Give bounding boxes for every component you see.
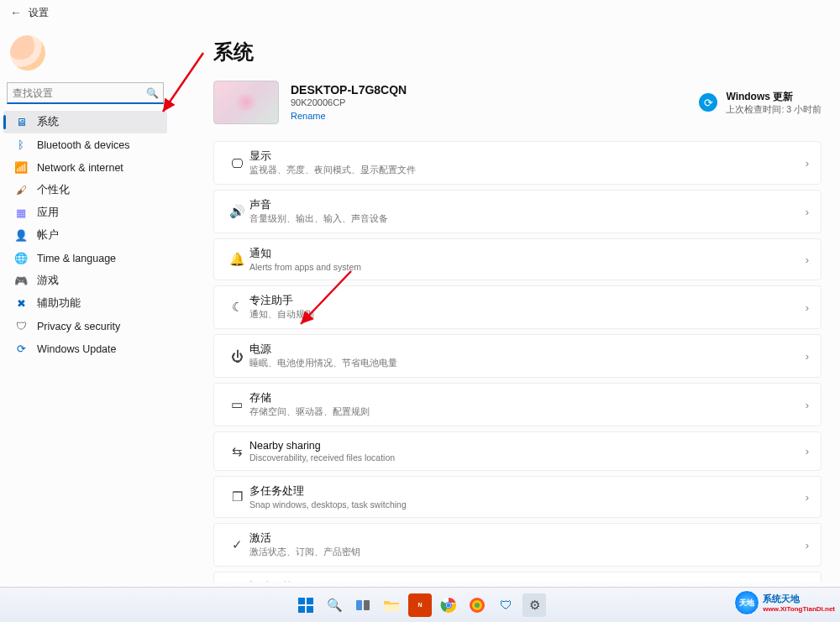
card-title: 显示 xyxy=(249,149,806,164)
card-body: 疑难解答 建议的疑难解答、首选项和历史记录 xyxy=(249,580,806,582)
chevron-right-icon: › xyxy=(806,157,809,170)
rename-link[interactable]: Rename xyxy=(291,111,326,121)
chevron-right-icon: › xyxy=(806,206,809,218)
sidebar: 🔍 🖥系统ᛒBluetooth & devices📶Network & inte… xyxy=(0,25,171,360)
settings-taskbar-icon[interactable]: ⚙ xyxy=(522,593,546,617)
sidebar-item-system[interactable]: 🖥系统 xyxy=(3,111,167,133)
sidebar-item-wu[interactable]: ⟳Windows Update xyxy=(3,337,167,360)
sidebar-item-label: Network & internet xyxy=(37,162,123,174)
svg-rect-7 xyxy=(364,600,370,610)
card-focus[interactable]: ☾ 专注助手 通知、自动规则 › xyxy=(213,285,822,329)
card-title: 多任务处理 xyxy=(249,484,806,499)
wu-icon: ⟳ xyxy=(13,342,29,357)
focus-icon: ☾ xyxy=(224,300,249,315)
back-button[interactable]: ← xyxy=(7,3,25,22)
arrow-left-icon: ← xyxy=(10,6,22,19)
browser-icon[interactable] xyxy=(465,593,489,617)
card-body: 专注助手 通知、自动规则 xyxy=(249,294,806,321)
page-title: 系统 xyxy=(213,39,822,65)
svg-rect-4 xyxy=(298,606,305,613)
sidebar-item-acct[interactable]: 👤帐户 xyxy=(3,224,167,247)
card-nearby[interactable]: ⇆ Nearby sharing Discoverability, receiv… xyxy=(213,431,822,471)
security-icon[interactable]: 🛡 xyxy=(494,593,517,617)
card-list: 🖵 显示 监视器、亮度、夜间模式、显示配置文件 ›🔊 声音 音量级别、输出、输入… xyxy=(213,141,822,582)
device-name: DESKTOP-L7G8CQN xyxy=(291,83,407,97)
taskbar-search-icon[interactable]: 🔍 xyxy=(323,593,346,617)
nav-list: 🖥系统ᛒBluetooth & devices📶Network & intern… xyxy=(0,111,171,360)
sidebar-item-priv[interactable]: 🛡Privacy & security xyxy=(3,315,167,337)
net-icon: 📶 xyxy=(13,160,29,175)
card-display[interactable]: 🖵 显示 监视器、亮度、夜间模式、显示配置文件 › xyxy=(213,141,822,185)
card-body: 通知 Alerts from apps and system xyxy=(249,247,806,272)
chevron-right-icon: › xyxy=(806,301,809,314)
search-input[interactable] xyxy=(7,82,164,104)
sidebar-item-pers[interactable]: 🖌个性化 xyxy=(3,179,167,201)
search-icon: 🔍 xyxy=(146,87,159,99)
pers-icon: 🖌 xyxy=(13,183,29,198)
sidebar-item-label: 辅助功能 xyxy=(37,296,81,311)
sidebar-item-time[interactable]: 🌐Time & language xyxy=(3,247,167,269)
task-view-icon[interactable] xyxy=(351,593,375,617)
storage-icon: ▭ xyxy=(224,397,249,412)
card-title: 通知 xyxy=(249,247,806,261)
svg-point-15 xyxy=(475,603,480,608)
globe-icon: 天地 xyxy=(734,590,759,615)
sidebar-item-label: Time & language xyxy=(37,253,116,264)
card-subtitle: Snap windows, desktops, task switching xyxy=(249,499,806,510)
start-icon[interactable] xyxy=(294,593,318,617)
card-subtitle: 通知、自动规则 xyxy=(249,309,806,321)
acc-icon: ✖ xyxy=(13,296,29,311)
card-power[interactable]: ⏻ 电源 睡眠、电池使用情况、节省电池电量 › xyxy=(213,334,822,378)
sidebar-item-label: 应用 xyxy=(37,206,59,220)
sidebar-item-acc[interactable]: ✖辅助功能 xyxy=(3,292,167,315)
sidebar-item-apps[interactable]: ▦应用 xyxy=(3,201,167,224)
card-body: Nearby sharing Discoverability, received… xyxy=(249,440,806,463)
card-title: 疑难解答 xyxy=(249,580,806,582)
chevron-right-icon: › xyxy=(806,539,809,551)
windows-update-subtitle: 上次检查时间: 3 小时前 xyxy=(726,104,822,116)
activation-icon: ✓ xyxy=(224,537,249,552)
nearby-icon: ⇆ xyxy=(224,444,249,459)
taskbar[interactable]: 🔍 N 🛡 ⚙ xyxy=(0,587,840,622)
card-troubleshoot[interactable]: 🛠 疑难解答 建议的疑难解答、首选项和历史记录 › xyxy=(213,572,822,582)
sidebar-item-game[interactable]: 🎮游戏 xyxy=(3,269,167,292)
svg-point-12 xyxy=(447,603,451,607)
card-sound[interactable]: 🔊 声音 音量级别、输出、输入、声音设备 › xyxy=(213,190,822,233)
card-title: Nearby sharing xyxy=(249,440,806,452)
watermark-badge: 天地 系统天地 www.XiTongTianDi.net xyxy=(734,590,835,615)
card-subtitle: 激活状态、订阅、产品密钥 xyxy=(249,546,806,558)
card-subtitle: Discoverability, received files location xyxy=(249,452,806,463)
system-icon: 🖥 xyxy=(13,115,29,130)
sidebar-item-label: Windows Update xyxy=(37,343,117,355)
card-multitask[interactable]: ❐ 多任务处理 Snap windows, desktops, task swi… xyxy=(213,476,822,518)
chevron-right-icon: › xyxy=(806,350,809,363)
game-icon: 🎮 xyxy=(13,274,29,289)
svg-rect-8 xyxy=(384,604,399,611)
sidebar-item-bt[interactable]: ᛒBluetooth & devices xyxy=(3,133,167,156)
office-icon[interactable]: N xyxy=(408,593,432,617)
card-subtitle: 存储空间、驱动器、配置规则 xyxy=(249,406,806,418)
svg-rect-2 xyxy=(298,598,305,604)
card-activation[interactable]: ✓ 激活 激活状态、订阅、产品密钥 › xyxy=(213,523,822,567)
display-icon: 🖵 xyxy=(224,156,249,170)
bt-icon: ᛒ xyxy=(13,138,29,153)
sidebar-item-net[interactable]: 📶Network & internet xyxy=(3,156,167,179)
sync-icon: ⟳ xyxy=(699,93,717,112)
multitask-icon: ❐ xyxy=(224,489,249,504)
power-icon: ⏻ xyxy=(224,349,249,363)
card-body: 显示 监视器、亮度、夜间模式、显示配置文件 xyxy=(249,149,806,176)
acct-icon: 👤 xyxy=(13,228,29,243)
card-title: 激活 xyxy=(249,531,806,546)
watermark-line2: www.XiTongTianDi.net xyxy=(763,605,835,613)
windows-update-block[interactable]: ⟳ Windows 更新 上次检查时间: 3 小时前 xyxy=(699,90,822,116)
card-notifications[interactable]: 🔔 通知 Alerts from apps and system › xyxy=(213,238,822,280)
card-storage[interactable]: ▭ 存储 存储空间、驱动器、配置规则 › xyxy=(213,383,822,426)
card-subtitle: Alerts from apps and system xyxy=(249,262,806,272)
notifications-icon: 🔔 xyxy=(224,252,249,267)
card-title: 电源 xyxy=(249,342,806,357)
file-explorer-icon[interactable] xyxy=(380,593,403,617)
titlebar: ← 设置 xyxy=(0,0,840,25)
card-subtitle: 监视器、亮度、夜间模式、显示配置文件 xyxy=(249,165,806,176)
user-block[interactable] xyxy=(0,32,171,82)
chrome-icon[interactable] xyxy=(437,593,460,617)
